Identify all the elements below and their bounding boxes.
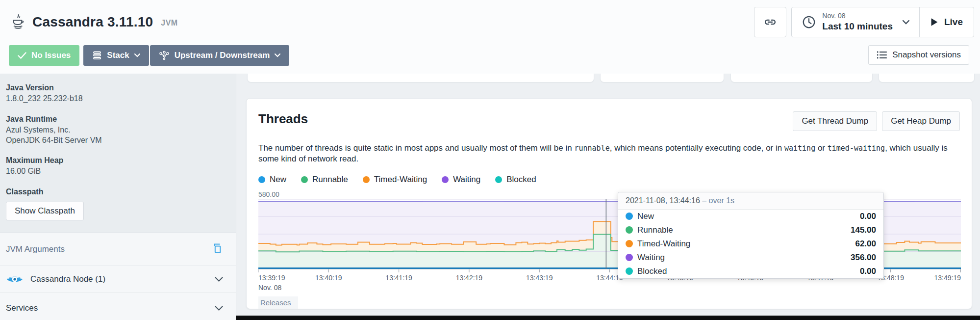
entity-type-label: JVM: [161, 19, 177, 27]
no-issues-badge[interactable]: No Issues: [9, 45, 79, 66]
tooltip-rows: New0.00Runnable145.00Timed-Waiting62.00W…: [618, 210, 883, 278]
services-label: Services: [6, 303, 38, 313]
legend-item[interactable]: Blocked: [495, 175, 536, 185]
content-region: Threads Get Thread Dump Get Heap Dump Th…: [236, 74, 980, 316]
threads-chart-wrap: 2021-11-08, 13:44:16 – over 1s New0.00Ru…: [258, 199, 961, 273]
series-dot: [626, 226, 633, 234]
java-runtime-vm: OpenJDK 64-Bit Server VM: [6, 135, 229, 146]
snapshot-versions-button[interactable]: Snapshot versions: [868, 45, 969, 65]
clock-icon: [802, 15, 816, 29]
copy-icon[interactable]: [212, 243, 223, 256]
time-range-selector[interactable]: Nov. 08 Last 10 minutes: [792, 7, 920, 37]
series-dot: [626, 213, 633, 220]
legend-dot: [495, 176, 502, 183]
get-heap-dump-button[interactable]: Get Heap Dump: [882, 111, 960, 131]
legend-item[interactable]: Waiting: [442, 175, 480, 185]
chevron-down-icon: [275, 53, 280, 57]
releases-row[interactable]: Releases: [258, 296, 960, 312]
top-header-region: Cassandra 3.11.10 JVM: [0, 0, 980, 74]
legend-dot: [442, 176, 449, 183]
snapshot-versions-label: Snapshot versions: [892, 50, 961, 60]
cassandra-eye-icon: [6, 275, 24, 284]
legend-dot: [258, 176, 265, 183]
x-tick-label: 13:41:19: [385, 274, 412, 282]
chevron-down-icon: [903, 20, 909, 25]
upstream-downstream-label: Upstream / Downstream: [175, 51, 270, 60]
x-tick-label: 13:42:19: [456, 274, 483, 282]
chevron-down-icon: [134, 53, 140, 57]
show-classpath-button[interactable]: Show Classpath: [6, 202, 84, 220]
jvm-arguments-label: JVM Arguments: [6, 244, 65, 254]
threads-description: The number of threads is quite static in…: [258, 143, 960, 165]
java-runtime-vendor: Azul Systems, Inc.: [6, 125, 229, 135]
cassandra-node-label: Cassandra Node (1): [30, 274, 105, 284]
threads-panel: Threads Get Thread Dump Get Heap Dump Th…: [246, 98, 972, 309]
list-icon: [877, 51, 887, 59]
releases-label: Releases: [258, 296, 298, 309]
page-title: Cassandra 3.11.10: [32, 14, 153, 30]
code-runnable: runnable: [574, 144, 609, 153]
topology-icon: [159, 51, 170, 60]
series-dot: [626, 240, 633, 247]
sidebar-item-cassandra-node[interactable]: Cassandra Node (1): [0, 266, 236, 293]
time-range-date: Nov. 08: [822, 12, 893, 21]
sidebar-item-services[interactable]: Services: [0, 293, 236, 320]
sidebar-rows: JVM Arguments: [0, 232, 236, 320]
legend-item[interactable]: Runnable: [301, 175, 348, 185]
classpath-label: Classpath: [6, 187, 229, 196]
series-dot: [626, 254, 633, 261]
jvm-info-section: Java Version 1.8.0_232 25.232-b18 Java R…: [0, 74, 236, 232]
x-tick-label: 13:49:19: [934, 274, 961, 282]
tooltip-row: New0.00: [618, 210, 883, 223]
legend-dot: [301, 176, 308, 183]
sidebar-item-jvm-arguments[interactable]: JVM Arguments: [0, 233, 236, 266]
x-tick-label: 13:40:19: [315, 274, 342, 282]
x-axis-date-label: Nov. 08: [258, 284, 960, 292]
time-range-value: Last 10 minutes: [822, 21, 893, 32]
partial-card: [879, 74, 975, 82]
tooltip-row: Runnable145.00: [618, 223, 883, 237]
java-version-label: Java Version: [6, 83, 229, 92]
header-row: Cassandra 3.11.10 JVM: [0, 0, 980, 37]
upstream-downstream-button[interactable]: Upstream / Downstream: [150, 45, 290, 66]
chart-legend: NewRunnableTimed-WaitingWaitingBlocked: [258, 175, 960, 185]
time-live-button-group: Nov. 08 Last 10 minutes Live: [791, 7, 974, 37]
tooltip-row: Waiting356.00: [618, 251, 883, 265]
chart-tooltip: 2021-11-08, 13:44:16 – over 1s New0.00Ru…: [618, 192, 884, 279]
legend-item[interactable]: Timed-Waiting: [363, 175, 427, 185]
live-button[interactable]: Live: [920, 7, 974, 37]
series-dot: [626, 267, 633, 275]
threads-panel-title: Threads: [258, 111, 308, 127]
link-icon: [763, 15, 777, 29]
get-thread-dump-button[interactable]: Get Thread Dump: [793, 111, 877, 131]
tooltip-row: Blocked0.00: [618, 265, 883, 278]
partial-card: [247, 74, 594, 82]
java-runtime-label: Java Runtime: [6, 115, 229, 124]
legend-item[interactable]: New: [258, 175, 286, 185]
stack-icon: [92, 51, 102, 60]
partial-card: [600, 74, 724, 82]
maximum-heap-label: Maximum Heap: [6, 156, 229, 165]
sidebar: Java Version 1.8.0_232 25.232-b18 Java R…: [0, 74, 236, 316]
stack-label: Stack: [107, 51, 129, 60]
live-label: Live: [944, 17, 963, 27]
no-issues-label: No Issues: [31, 51, 71, 60]
share-link-button[interactable]: [754, 7, 786, 37]
x-tick-label: 13:43:19: [526, 274, 553, 282]
tooltip-row: Timed-Waiting62.00: [618, 237, 883, 251]
check-icon: [18, 52, 26, 59]
legend-dot: [363, 176, 370, 183]
maximum-heap-value: 16.00 GiB: [6, 166, 229, 177]
java-version-value: 1.8.0_232 25.232-b18: [6, 94, 229, 104]
toolbar-row: No Issues Stack: [0, 37, 980, 66]
chevron-down-icon[interactable]: [215, 306, 223, 311]
code-waiting: waiting: [784, 144, 815, 153]
play-icon: [930, 18, 938, 27]
stack-button[interactable]: Stack: [83, 45, 149, 66]
code-timed-waiting: timed-waiting: [828, 144, 885, 153]
main-region: Java Version 1.8.0_232 25.232-b18 Java R…: [0, 74, 980, 316]
partial-card: [730, 74, 873, 82]
chevron-down-icon[interactable]: [215, 277, 223, 282]
java-logo-icon: [11, 13, 25, 31]
tooltip-timestamp: 2021-11-08, 13:44:16 – over 1s: [618, 192, 883, 210]
